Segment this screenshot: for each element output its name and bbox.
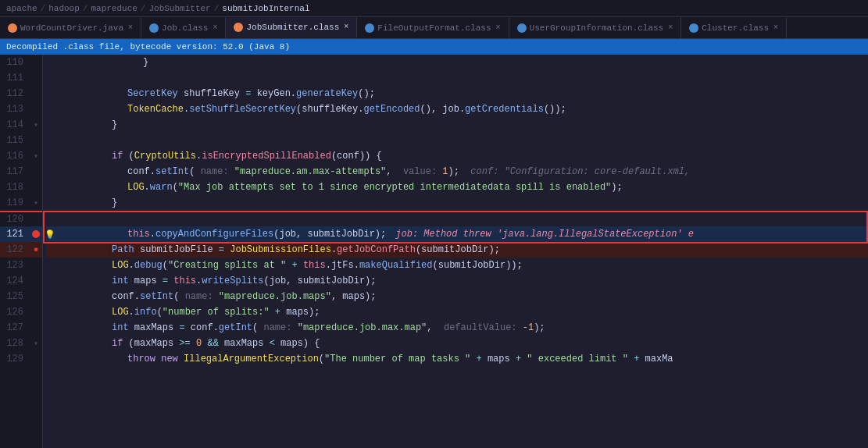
code-line-115 [46,133,868,148]
info-bar: Decompiled .class file, bytecode version… [0,39,868,55]
line-number: 119 [0,197,30,208]
line-number: 127 [0,322,30,333]
fold-icon[interactable]: ▾ [30,339,42,348]
tab-label: Job.class [162,23,208,33]
gutter-row-125: 125 [0,289,42,304]
gutter: 110 111 112 113 114 ▾ 115 116 [0,55,43,448]
close-icon[interactable]: × [213,23,217,32]
gutter-row-122: 122 ● [0,242,42,258]
code-line-110: } [46,55,868,70]
tab-label: UserGroupInformation.class [530,23,664,33]
code-line-119: } [46,195,868,211]
gutter-row-121: 121 [0,226,42,242]
code-line-116: if ( CryptoUtils . isEncryptedSpillEnabl… [46,148,868,164]
gutter-row-114: 114 ▾ [0,117,42,133]
java-icon [8,23,17,33]
class-icon [689,23,698,33]
gutter-row-123: 123 [0,258,42,273]
gutter-row-129: 129 [0,351,42,367]
breadcrumb-mapreduce[interactable]: mapreduce [91,4,137,13]
line-number: 129 [0,354,30,364]
line-number: 121 [0,229,30,240]
tab-label: FileOutputFormat.class [377,23,491,33]
gutter-row-115: 115 [0,133,42,148]
line-number: 126 [0,307,30,318]
gutter-row-111: 111 [0,70,42,86]
line-number: 123 [0,260,30,271]
gutter-row-112: 112 [0,86,42,101]
breadcrumb-hadoop[interactable]: hadoop [48,4,80,13]
tab-job[interactable]: Job.class × [141,17,226,38]
gutter-row-119: 119 ▾ [0,195,42,211]
code-line-126: LOG . info ( "number of splits:" + maps)… [46,304,868,320]
gutter-row-120: 120 [0,211,42,226]
code-line-121: this . copyAndConfigureFiles (job, submi… [46,226,868,242]
line-number: 112 [0,88,30,99]
code-line-123: LOG . debug ( "Creating splits at " + th… [46,258,868,273]
line-number: 118 [0,182,30,193]
line-number: 128 [0,338,30,349]
code-line-114: } [46,117,868,133]
tab-wordcount[interactable]: WordCountDriver.java × [0,17,141,38]
line-number: 111 [0,73,30,84]
class-icon [365,23,374,33]
gutter-row-110: 110 [0,55,42,70]
class-icon [234,23,243,32]
gutter-row-113: 113 [0,101,42,117]
code-area: 110 111 112 113 114 ▾ 115 116 [0,55,868,448]
line-number: 114 [0,119,30,130]
gutter-row-127: 127 [0,320,42,336]
tab-bar: WordCountDriver.java × Job.class × JobSu… [0,17,868,39]
code-line-125: conf. setInt ( name: "mapreduce.job.maps… [46,289,868,304]
breakpoint-icon[interactable] [32,230,40,238]
line-number: 125 [0,291,30,302]
code-content: 💡 } SecretKey shuffleKey = keyGen. gener… [43,55,868,448]
breadcrumb-bar: apache / hadoop / mapreduce / JobSubmitt… [0,0,868,17]
fold-icon[interactable]: ▾ [30,120,42,130]
tab-label: Cluster.class [702,23,769,33]
code-line-128: if (maxMaps >= 0 && maxMaps < maps) { [46,336,868,351]
code-line-112: SecretKey shuffleKey = keyGen. generateK… [46,86,868,101]
line-number: 120 [0,214,30,225]
line-number: 113 [0,104,30,115]
line-number: 110 [0,57,30,68]
tab-cluster[interactable]: Cluster.class × [681,17,787,38]
code-line-127: int maxMaps = conf. getInt ( name: "mapr… [46,320,868,336]
breadcrumb-method[interactable]: submitJobInternal [222,4,309,13]
code-line-120 [46,211,868,226]
gutter-row-117: 117 [0,164,42,180]
close-icon[interactable]: × [344,23,348,31]
line-number: 115 [0,135,30,146]
fold-icon[interactable]: ▾ [30,198,42,208]
close-icon[interactable]: × [496,23,501,32]
line-number: 116 [0,151,30,162]
code-line-118: LOG . warn ( "Max job attempts set to 1 … [46,180,868,195]
gutter-row-116: 116 ▾ [0,148,42,164]
code-line-113: TokenCache . setShuffleSecretKey (shuffl… [46,101,868,117]
gutter-row-124: 124 [0,273,42,289]
code-line-124: int maps = this . writeSplits (job, subm… [46,273,868,289]
code-line-117: conf. setInt ( name: "mapreduce.am.max-a… [46,164,868,180]
lightbulb-icon[interactable]: 💡 [45,226,55,242]
error-icon: ● [34,245,39,254]
breadcrumb-jobsubmitter[interactable]: JobSubmitter [148,4,210,13]
tab-fileoutput[interactable]: FileOutputFormat.class × [357,17,509,38]
tab-jobsubmitter[interactable]: JobSubmitter.class × [226,17,357,38]
line-number: 122 [0,244,30,255]
tab-label: JobSubmitter.class [246,23,339,32]
gutter-row-126: 126 [0,304,42,320]
code-line-129: throw new IllegalArgumentException ( "Th… [46,351,868,367]
breadcrumb-apache[interactable]: apache [6,4,38,13]
class-icon [149,23,159,33]
class-icon [517,23,527,33]
gutter-row-128: 128 ▾ [0,336,42,351]
gutter-row-118: 118 [0,180,42,195]
tab-usergroupinfo[interactable]: UserGroupInformation.class × [509,17,682,38]
close-icon[interactable]: × [668,23,673,32]
line-number: 117 [0,166,30,177]
fold-icon[interactable]: ▾ [30,151,42,161]
code-line-122: Path submitJobFile = JobSubmissionFiles … [46,242,868,258]
code-line-111 [46,70,868,86]
close-icon[interactable]: × [128,23,133,32]
close-icon[interactable]: × [773,23,778,32]
